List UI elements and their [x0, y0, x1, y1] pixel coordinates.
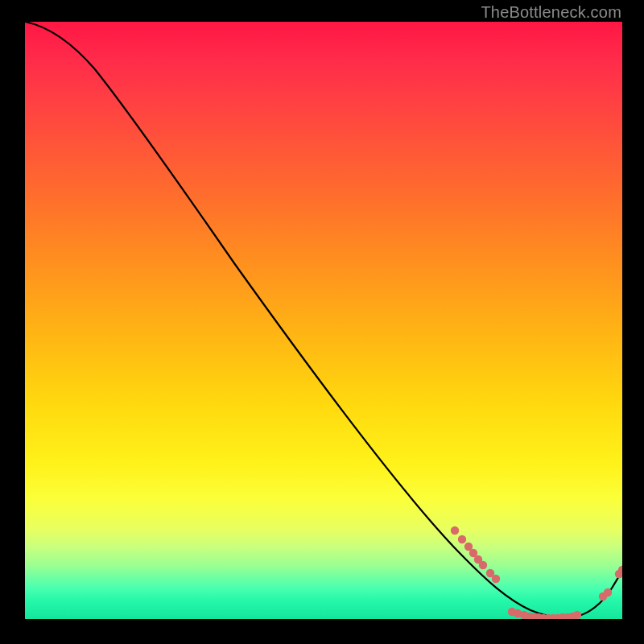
data-point	[479, 561, 487, 569]
chart-svg	[25, 22, 622, 619]
watermark-text: TheBottleneck.com	[481, 3, 621, 22]
bottleneck-curve	[25, 22, 622, 618]
plot-area	[25, 22, 622, 619]
data-point	[604, 588, 612, 597]
chart-stage: TheBottleneck.com	[0, 0, 644, 644]
data-point	[458, 535, 466, 543]
data-point	[573, 611, 581, 619]
data-point	[451, 526, 459, 535]
data-point	[492, 575, 500, 583]
